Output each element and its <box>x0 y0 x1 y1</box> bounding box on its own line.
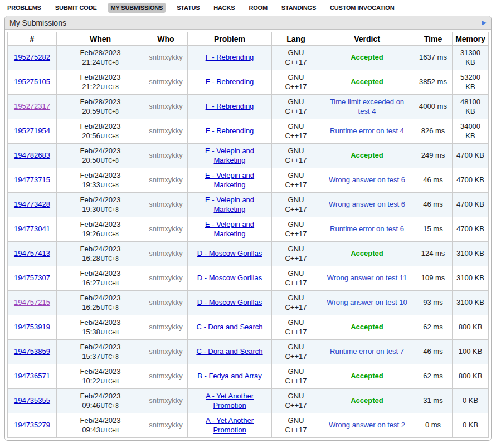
problem-link[interactable]: E - Velepin and Marketing <box>205 196 254 213</box>
author-link[interactable]: sntmxykky <box>149 225 183 233</box>
author-link[interactable]: sntmxykky <box>149 151 183 159</box>
problem-link[interactable]: C - Dora and Search <box>196 323 262 331</box>
submission-time: 16:28UTC+8 <box>59 254 142 263</box>
author-link[interactable]: sntmxykky <box>149 274 183 282</box>
author-link[interactable]: sntmxykky <box>149 200 183 208</box>
submission-row: 194757215Feb/24/202316:25UTC+8sntmxykkyD… <box>8 291 489 315</box>
column-header-number: # <box>8 32 57 46</box>
nav-tab-my-submissions[interactable]: MY SUBMISSIONS <box>108 3 166 13</box>
problem-link[interactable]: E - Velepin and Marketing <box>205 171 254 188</box>
cell-problem: E - Velepin and Marketing <box>188 193 272 217</box>
submission-id-link[interactable]: 195275282 <box>14 53 50 61</box>
cell-when: Feb/28/202321:24UTC+8 <box>57 46 144 70</box>
cell-submission-id: 195275282 <box>8 46 57 70</box>
author-link[interactable]: sntmxykky <box>149 126 183 135</box>
cell-lang: GNU C++17 <box>272 389 320 413</box>
submission-id-link[interactable]: 194757307 <box>14 274 50 282</box>
author-link[interactable]: sntmxykky <box>149 249 183 257</box>
problem-link[interactable]: D - Moscow Gorillas <box>197 298 262 306</box>
submission-id-link[interactable]: 194753859 <box>14 347 50 356</box>
cell-verdict: Accepted <box>320 242 414 266</box>
submission-date: Feb/28/2023 <box>59 48 142 57</box>
submission-id-link[interactable]: 194757215 <box>14 298 50 306</box>
cell-verdict: Wrong answer on test 6 <box>320 193 414 217</box>
verdict-text: Runtime error on test 6 <box>330 225 404 233</box>
author-link[interactable]: sntmxykky <box>149 298 183 306</box>
author-link[interactable]: sntmxykky <box>149 421 183 429</box>
submission-time: 19:30UTC+8 <box>59 205 142 214</box>
verdict-text: Accepted <box>351 53 383 61</box>
nav-tab-status[interactable]: STATUS <box>174 3 202 13</box>
problem-link[interactable]: E - Velepin and Marketing <box>205 147 254 164</box>
expand-arrow-icon[interactable]: ▶ <box>482 20 487 26</box>
nav-tab-submit-code[interactable]: SUBMIT CODE <box>52 3 100 13</box>
cell-memory: 4700 KB <box>453 168 489 193</box>
problem-link[interactable]: F - Rebrending <box>206 77 254 86</box>
submission-id-link[interactable]: 194757413 <box>14 249 50 257</box>
submission-id-link[interactable]: 194736571 <box>14 372 50 380</box>
author-link[interactable]: sntmxykky <box>149 323 183 331</box>
cell-who: sntmxykky <box>144 95 188 119</box>
problem-link[interactable]: B - Fedya and Array <box>197 372 262 380</box>
submission-id-link[interactable]: 195271954 <box>14 126 50 135</box>
submission-id-link[interactable]: 194735279 <box>14 421 50 429</box>
author-link[interactable]: sntmxykky <box>149 347 183 356</box>
cell-lang: GNU C++17 <box>272 168 320 193</box>
submission-id-link[interactable]: 194753919 <box>14 323 50 331</box>
problem-link[interactable]: F - Rebrending <box>206 102 254 110</box>
cell-verdict: Runtime error on test 4 <box>320 119 414 144</box>
submission-id-link[interactable]: 194735355 <box>14 396 50 405</box>
cell-when: Feb/24/202309:43UTC+8 <box>57 413 144 438</box>
submission-row: 194773428Feb/24/202319:30UTC+8sntmxykkyE… <box>8 193 489 217</box>
cell-lang: GNU C++17 <box>272 119 320 144</box>
author-link[interactable]: sntmxykky <box>149 53 183 61</box>
submission-time: 20:50UTC+8 <box>59 156 142 165</box>
cell-verdict: Runtime error on test 6 <box>320 217 414 242</box>
problem-link[interactable]: F - Rebrending <box>206 126 254 135</box>
author-link[interactable]: sntmxykky <box>149 396 183 405</box>
problem-link[interactable]: A - Yet Another Promotion <box>206 392 254 409</box>
timezone-label: UTC+8 <box>101 305 119 311</box>
submission-id-link[interactable]: 194773428 <box>14 200 50 208</box>
author-link[interactable]: sntmxykky <box>149 372 183 380</box>
submission-id-link[interactable]: 195275105 <box>14 77 50 86</box>
nav-tab-hacks[interactable]: HACKS <box>211 3 237 13</box>
cell-memory: 31300 KB <box>453 46 489 70</box>
cell-lang: GNU C++17 <box>272 315 320 340</box>
nav-tab-room[interactable]: ROOM <box>246 3 270 13</box>
author-link[interactable]: sntmxykky <box>149 102 183 110</box>
submission-id-link[interactable]: 194773041 <box>14 225 50 233</box>
problem-link[interactable]: C - Dora and Search <box>196 347 262 356</box>
submission-time: 15:38UTC+8 <box>59 328 142 337</box>
timezone-label: UTC+8 <box>101 231 119 237</box>
verdict-text: Accepted <box>351 249 383 257</box>
problem-link[interactable]: F - Rebrending <box>206 53 254 61</box>
panel-caption: My Submissions ▶ <box>5 16 491 30</box>
cell-problem: F - Rebrending <box>188 70 272 95</box>
submission-id-link[interactable]: 194773715 <box>14 176 50 184</box>
cell-verdict: Wrong answer on test 11 <box>320 266 414 291</box>
cell-exec-time: 62 ms <box>414 315 453 340</box>
nav-tab-standings[interactable]: STANDINGS <box>279 3 319 13</box>
problem-link[interactable]: A - Yet Another Promotion <box>206 416 254 434</box>
problem-link[interactable]: E - Velepin and Marketing <box>205 220 254 237</box>
cell-lang: GNU C++17 <box>272 340 320 364</box>
verdict-text: Accepted <box>351 372 383 380</box>
nav-tab-problems[interactable]: PROBLEMS <box>4 3 44 13</box>
nav-tab-custom-invocation[interactable]: CUSTOM INVOCATION <box>327 3 397 13</box>
cell-lang: GNU C++17 <box>272 364 320 389</box>
submission-date: Feb/24/2023 <box>59 196 142 204</box>
author-link[interactable]: sntmxykky <box>149 176 183 184</box>
submission-row: 195271954Feb/28/202320:56UTC+8sntmxykkyF… <box>8 119 489 144</box>
cell-submission-id: 195271954 <box>8 119 57 144</box>
cell-exec-time: 15 ms <box>414 217 453 242</box>
submission-id-link[interactable]: 194782683 <box>14 151 50 159</box>
author-link[interactable]: sntmxykky <box>149 77 183 86</box>
cell-when: Feb/28/202320:56UTC+8 <box>57 119 144 144</box>
problem-link[interactable]: D - Moscow Gorillas <box>197 249 262 257</box>
problem-link[interactable]: D - Moscow Gorillas <box>197 274 262 282</box>
cell-problem: D - Moscow Gorillas <box>188 266 272 291</box>
submission-time: 16:25UTC+8 <box>59 303 142 312</box>
submission-id-link[interactable]: 195272317 <box>14 102 50 110</box>
submission-time: 20:56UTC+8 <box>59 132 142 140</box>
